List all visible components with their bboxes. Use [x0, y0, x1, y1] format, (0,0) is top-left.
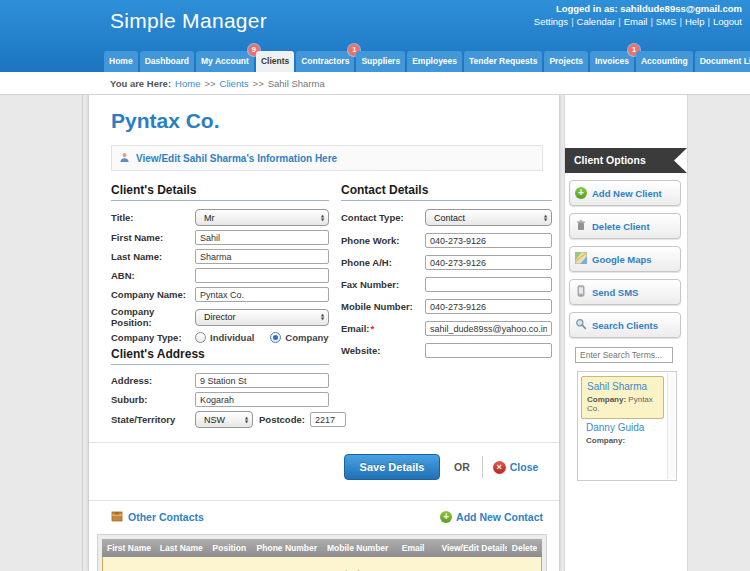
tab-dashboard[interactable]: Dashboard: [140, 51, 194, 72]
column-header: View/Edit Details: [436, 539, 506, 557]
phone-ah-input[interactable]: [425, 255, 552, 270]
tab-label: Employees: [412, 56, 457, 66]
address-input[interactable]: [195, 373, 329, 388]
client-list-item-sahil-sharma[interactable]: Sahil Sharma Company: Pyntax Co.: [581, 376, 664, 419]
vertical-divider: [482, 456, 483, 478]
google-maps-button[interactable]: Google Maps: [569, 246, 681, 272]
email-label: Email:*: [341, 323, 425, 334]
tab-employees[interactable]: Employees: [407, 51, 462, 72]
save-details-button[interactable]: Save Details: [344, 454, 440, 480]
tab-home[interactable]: Home: [104, 51, 138, 72]
add-new-client-button[interactable]: + Add New Client: [569, 180, 681, 206]
calendar-link[interactable]: Calendar: [577, 16, 616, 27]
tab-contractors[interactable]: Contractors1: [296, 51, 354, 72]
phone-icon: [575, 283, 587, 301]
website-input[interactable]: [425, 343, 552, 358]
company-position-select[interactable]: Director ▲▼: [195, 309, 329, 326]
save-row: Save Details OR × Close: [111, 443, 543, 490]
company-label: Company:: [586, 436, 625, 445]
page-title: Pyntax Co.: [111, 109, 543, 133]
suburb-input[interactable]: [195, 392, 329, 407]
trash-icon: [575, 217, 587, 235]
state-select-value: NSW: [204, 415, 225, 425]
company-radio-label: Company: [285, 332, 328, 343]
tab-label: Accounting: [641, 56, 688, 66]
email-input[interactable]: [425, 321, 552, 336]
add-plus-icon: +: [575, 187, 587, 199]
phone-ah-label: Phone A/H:: [341, 257, 425, 268]
body-area: Pyntax Co. View/Edit Sahil Sharma's Info…: [0, 95, 750, 571]
individual-radio-label: Individual: [210, 332, 254, 343]
title-label: Title:: [111, 212, 195, 223]
view-edit-link[interactable]: View/Edit Sahil Sharma's Information Her…: [136, 153, 337, 164]
fax-input[interactable]: [425, 277, 552, 292]
client-options-ribbon: Client Options: [565, 148, 687, 173]
select-arrows-icon: ▲▼: [544, 214, 547, 222]
individual-radio[interactable]: [195, 332, 206, 343]
help-link[interactable]: Help: [685, 16, 705, 27]
select-arrows-icon: ▲▼: [245, 416, 248, 424]
tab-my-account[interactable]: My Account9: [196, 51, 254, 72]
breadcrumb-prefix: You are Here:: [110, 78, 171, 89]
button-label: Google Maps: [592, 254, 652, 265]
title-select[interactable]: Mr ▲▼: [195, 209, 329, 226]
contacts-table-empty-state: No Contacts to Display. To Add a New Con…: [102, 557, 542, 571]
delete-client-button[interactable]: Delete Client: [569, 213, 681, 239]
contact-type-select[interactable]: Contact ▲▼: [425, 209, 552, 226]
client-options-sidebar: Client Options + Add New Client Delete C…: [564, 95, 688, 571]
first-name-label: First Name:: [111, 232, 195, 243]
tab-clients[interactable]: Clients: [256, 51, 294, 72]
tab-label: Clients: [261, 56, 289, 66]
client-search-input[interactable]: [575, 347, 673, 363]
tab-label: Contractors: [301, 56, 349, 66]
company-name-input[interactable]: [195, 287, 329, 302]
tab-label: Document Library: [700, 56, 750, 66]
tab-label: Tender Requests: [469, 56, 537, 66]
breadcrumb-separator: >>: [204, 78, 215, 89]
phone-work-label: Phone Work:: [341, 235, 425, 246]
logout-link[interactable]: Logout: [713, 16, 742, 27]
link-separator: |: [650, 16, 652, 27]
search-clients-header[interactable]: Search Clients: [569, 312, 681, 338]
company-position-label: Company Position:: [111, 306, 195, 328]
tab-invoices[interactable]: Invoices1: [590, 51, 634, 72]
state-select[interactable]: NSW ▲▼: [195, 411, 253, 428]
breadcrumb-clients-link[interactable]: Clients: [220, 78, 249, 89]
link-separator: |: [679, 16, 681, 27]
email-link[interactable]: Email: [624, 16, 648, 27]
column-header: Last Name: [155, 539, 208, 557]
abn-input[interactable]: [195, 268, 329, 283]
account-area: Logged in as: sahildude89ss@gmail.com Se…: [534, 3, 742, 27]
button-label: Send SMS: [592, 287, 638, 298]
link-separator: |: [618, 16, 620, 27]
tab-projects[interactable]: Projects: [544, 51, 588, 72]
tab-suppliers[interactable]: Suppliers: [356, 51, 405, 72]
settings-link[interactable]: Settings: [534, 16, 568, 27]
sms-link[interactable]: SMS: [656, 16, 677, 27]
company-radio[interactable]: [270, 332, 281, 343]
close-icon[interactable]: ×: [493, 461, 506, 474]
contacts-table-header: First Name Last Name Position Phone Numb…: [102, 539, 542, 557]
tab-document-library[interactable]: Document Library: [695, 51, 750, 72]
tab-tender-requests[interactable]: Tender Requests: [464, 51, 542, 72]
phone-work-input[interactable]: [425, 233, 552, 248]
add-new-contact-link[interactable]: Add New Contact: [456, 511, 543, 523]
column-header: Mobile Number: [322, 539, 397, 557]
view-edit-bar: View/Edit Sahil Sharma's Information Her…: [111, 145, 543, 171]
search-icon: [575, 316, 587, 334]
breadcrumb-home-link[interactable]: Home: [175, 78, 200, 89]
company-position-select-value: Director: [204, 312, 236, 322]
client-form-panel: Pyntax Co. View/Edit Sahil Sharma's Info…: [88, 95, 560, 571]
tab-accounting[interactable]: Accounting: [636, 51, 693, 72]
contact-details-column: Contact Details Contact Type: Contact ▲▼…: [341, 181, 552, 432]
other-contacts-title: Other Contacts: [128, 511, 204, 523]
close-link[interactable]: Close: [510, 461, 539, 473]
send-sms-button[interactable]: Send SMS: [569, 279, 681, 305]
last-name-input[interactable]: [195, 249, 329, 264]
mobile-input[interactable]: [425, 299, 552, 314]
client-list: Sahil Sharma Company: Pyntax Co. Danny G…: [577, 371, 677, 481]
client-list-item-danny-guida[interactable]: Danny Guida Company:: [581, 419, 664, 448]
add-contact-plus-icon[interactable]: +: [440, 511, 452, 523]
first-name-input[interactable]: [195, 230, 329, 245]
select-arrows-icon: ▲▼: [321, 214, 324, 222]
